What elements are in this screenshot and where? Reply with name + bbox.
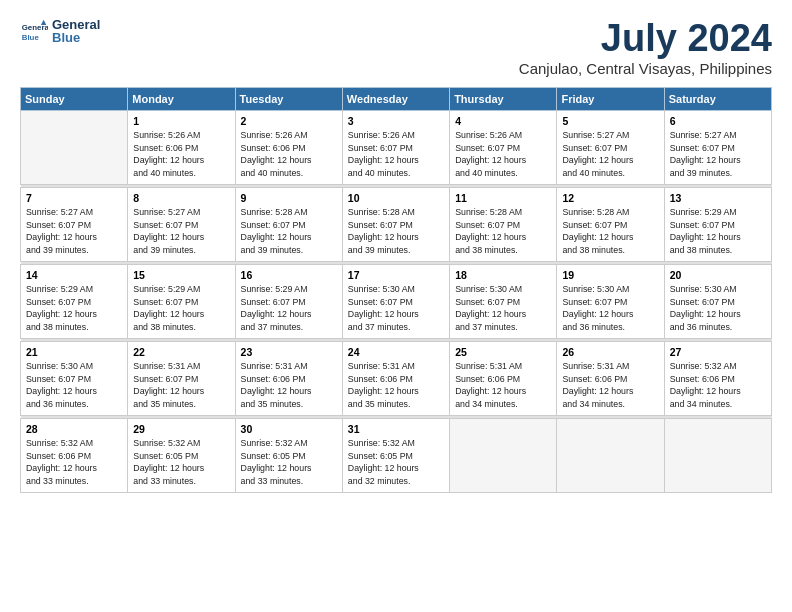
day-number: 4 <box>455 115 552 127</box>
day-info: Sunrise: 5:26 AMSunset: 6:06 PMDaylight:… <box>241 129 338 180</box>
day-cell: 7Sunrise: 5:27 AMSunset: 6:07 PMDaylight… <box>21 187 128 261</box>
day-info: Sunrise: 5:30 AMSunset: 6:07 PMDaylight:… <box>670 283 767 334</box>
day-info: Sunrise: 5:28 AMSunset: 6:07 PMDaylight:… <box>455 206 552 257</box>
day-cell: 22Sunrise: 5:31 AMSunset: 6:07 PMDayligh… <box>128 341 235 415</box>
day-cell: 6Sunrise: 5:27 AMSunset: 6:07 PMDaylight… <box>664 110 771 184</box>
calendar-body: 1Sunrise: 5:26 AMSunset: 6:06 PMDaylight… <box>21 110 772 492</box>
day-info: Sunrise: 5:28 AMSunset: 6:07 PMDaylight:… <box>241 206 338 257</box>
title-block: July 2024 Canjulao, Central Visayas, Phi… <box>519 18 772 77</box>
header-cell-thursday: Thursday <box>450 87 557 110</box>
day-cell: 18Sunrise: 5:30 AMSunset: 6:07 PMDayligh… <box>450 264 557 338</box>
day-info: Sunrise: 5:29 AMSunset: 6:07 PMDaylight:… <box>670 206 767 257</box>
day-cell: 28Sunrise: 5:32 AMSunset: 6:06 PMDayligh… <box>21 418 128 492</box>
day-info: Sunrise: 5:27 AMSunset: 6:07 PMDaylight:… <box>133 206 230 257</box>
header-cell-sunday: Sunday <box>21 87 128 110</box>
day-info: Sunrise: 5:27 AMSunset: 6:07 PMDaylight:… <box>26 206 123 257</box>
day-info: Sunrise: 5:32 AMSunset: 6:05 PMDaylight:… <box>133 437 230 488</box>
day-number: 20 <box>670 269 767 281</box>
header-cell-monday: Monday <box>128 87 235 110</box>
day-info: Sunrise: 5:27 AMSunset: 6:07 PMDaylight:… <box>670 129 767 180</box>
day-cell: 24Sunrise: 5:31 AMSunset: 6:06 PMDayligh… <box>342 341 449 415</box>
day-cell: 16Sunrise: 5:29 AMSunset: 6:07 PMDayligh… <box>235 264 342 338</box>
day-number: 14 <box>26 269 123 281</box>
day-info: Sunrise: 5:26 AMSunset: 6:07 PMDaylight:… <box>455 129 552 180</box>
day-number: 16 <box>241 269 338 281</box>
header: General Blue General Blue July 2024 Canj… <box>20 18 772 77</box>
day-cell: 20Sunrise: 5:30 AMSunset: 6:07 PMDayligh… <box>664 264 771 338</box>
day-cell <box>450 418 557 492</box>
day-cell: 17Sunrise: 5:30 AMSunset: 6:07 PMDayligh… <box>342 264 449 338</box>
day-cell: 2Sunrise: 5:26 AMSunset: 6:06 PMDaylight… <box>235 110 342 184</box>
day-number: 24 <box>348 346 445 358</box>
header-cell-tuesday: Tuesday <box>235 87 342 110</box>
day-number: 9 <box>241 192 338 204</box>
day-number: 2 <box>241 115 338 127</box>
day-cell: 10Sunrise: 5:28 AMSunset: 6:07 PMDayligh… <box>342 187 449 261</box>
day-number: 3 <box>348 115 445 127</box>
day-number: 27 <box>670 346 767 358</box>
day-cell: 26Sunrise: 5:31 AMSunset: 6:06 PMDayligh… <box>557 341 664 415</box>
day-number: 19 <box>562 269 659 281</box>
day-cell <box>557 418 664 492</box>
day-cell: 9Sunrise: 5:28 AMSunset: 6:07 PMDaylight… <box>235 187 342 261</box>
day-number: 1 <box>133 115 230 127</box>
day-number: 11 <box>455 192 552 204</box>
day-number: 22 <box>133 346 230 358</box>
day-info: Sunrise: 5:28 AMSunset: 6:07 PMDaylight:… <box>562 206 659 257</box>
day-cell <box>21 110 128 184</box>
day-cell: 23Sunrise: 5:31 AMSunset: 6:06 PMDayligh… <box>235 341 342 415</box>
day-info: Sunrise: 5:29 AMSunset: 6:07 PMDaylight:… <box>133 283 230 334</box>
header-row: SundayMondayTuesdayWednesdayThursdayFrid… <box>21 87 772 110</box>
day-number: 18 <box>455 269 552 281</box>
day-info: Sunrise: 5:27 AMSunset: 6:07 PMDaylight:… <box>562 129 659 180</box>
page: General Blue General Blue July 2024 Canj… <box>0 0 792 503</box>
logo: General Blue General Blue <box>20 18 100 46</box>
day-cell: 14Sunrise: 5:29 AMSunset: 6:07 PMDayligh… <box>21 264 128 338</box>
day-number: 23 <box>241 346 338 358</box>
day-info: Sunrise: 5:28 AMSunset: 6:07 PMDaylight:… <box>348 206 445 257</box>
day-cell: 31Sunrise: 5:32 AMSunset: 6:05 PMDayligh… <box>342 418 449 492</box>
week-row-5: 28Sunrise: 5:32 AMSunset: 6:06 PMDayligh… <box>21 418 772 492</box>
day-number: 26 <box>562 346 659 358</box>
day-cell: 4Sunrise: 5:26 AMSunset: 6:07 PMDaylight… <box>450 110 557 184</box>
logo-icon: General Blue <box>20 18 48 46</box>
day-number: 29 <box>133 423 230 435</box>
subtitle: Canjulao, Central Visayas, Philippines <box>519 60 772 77</box>
day-number: 13 <box>670 192 767 204</box>
day-info: Sunrise: 5:30 AMSunset: 6:07 PMDaylight:… <box>26 360 123 411</box>
day-number: 7 <box>26 192 123 204</box>
day-info: Sunrise: 5:29 AMSunset: 6:07 PMDaylight:… <box>26 283 123 334</box>
day-number: 8 <box>133 192 230 204</box>
day-cell: 25Sunrise: 5:31 AMSunset: 6:06 PMDayligh… <box>450 341 557 415</box>
day-info: Sunrise: 5:30 AMSunset: 6:07 PMDaylight:… <box>348 283 445 334</box>
day-info: Sunrise: 5:32 AMSunset: 6:06 PMDaylight:… <box>670 360 767 411</box>
day-info: Sunrise: 5:29 AMSunset: 6:07 PMDaylight:… <box>241 283 338 334</box>
day-cell: 8Sunrise: 5:27 AMSunset: 6:07 PMDaylight… <box>128 187 235 261</box>
week-row-4: 21Sunrise: 5:30 AMSunset: 6:07 PMDayligh… <box>21 341 772 415</box>
day-cell: 27Sunrise: 5:32 AMSunset: 6:06 PMDayligh… <box>664 341 771 415</box>
main-title: July 2024 <box>519 18 772 60</box>
day-info: Sunrise: 5:26 AMSunset: 6:06 PMDaylight:… <box>133 129 230 180</box>
header-cell-wednesday: Wednesday <box>342 87 449 110</box>
calendar-header: SundayMondayTuesdayWednesdayThursdayFrid… <box>21 87 772 110</box>
day-cell: 11Sunrise: 5:28 AMSunset: 6:07 PMDayligh… <box>450 187 557 261</box>
week-row-2: 7Sunrise: 5:27 AMSunset: 6:07 PMDaylight… <box>21 187 772 261</box>
day-info: Sunrise: 5:30 AMSunset: 6:07 PMDaylight:… <box>562 283 659 334</box>
day-info: Sunrise: 5:31 AMSunset: 6:07 PMDaylight:… <box>133 360 230 411</box>
day-number: 5 <box>562 115 659 127</box>
day-info: Sunrise: 5:31 AMSunset: 6:06 PMDaylight:… <box>241 360 338 411</box>
header-cell-friday: Friday <box>557 87 664 110</box>
day-number: 17 <box>348 269 445 281</box>
day-number: 30 <box>241 423 338 435</box>
day-number: 10 <box>348 192 445 204</box>
day-info: Sunrise: 5:32 AMSunset: 6:06 PMDaylight:… <box>26 437 123 488</box>
day-cell: 13Sunrise: 5:29 AMSunset: 6:07 PMDayligh… <box>664 187 771 261</box>
day-info: Sunrise: 5:32 AMSunset: 6:05 PMDaylight:… <box>241 437 338 488</box>
day-number: 15 <box>133 269 230 281</box>
day-number: 25 <box>455 346 552 358</box>
day-info: Sunrise: 5:30 AMSunset: 6:07 PMDaylight:… <box>455 283 552 334</box>
day-number: 21 <box>26 346 123 358</box>
day-number: 31 <box>348 423 445 435</box>
day-cell: 21Sunrise: 5:30 AMSunset: 6:07 PMDayligh… <box>21 341 128 415</box>
day-number: 6 <box>670 115 767 127</box>
